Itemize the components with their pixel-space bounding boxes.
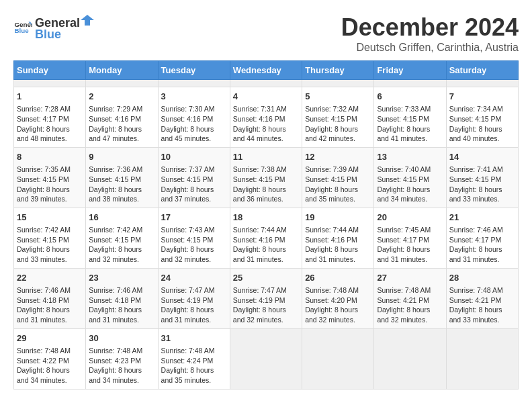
sunset-label: Sunset: 4:15 PM	[305, 115, 357, 123]
daylight-label: Daylight: 8 hours and 32 minutes.	[233, 306, 286, 324]
day-number: 1	[17, 91, 83, 103]
calendar-cell: 20Sunrise: 7:45 AMSunset: 4:17 PMDayligh…	[374, 208, 446, 268]
calendar-week-row: 15Sunrise: 7:42 AMSunset: 4:15 PMDayligh…	[14, 208, 519, 268]
sunset-label: Sunset: 4:15 PM	[449, 175, 502, 183]
calendar-cell: 24Sunrise: 7:47 AMSunset: 4:19 PMDayligh…	[158, 268, 230, 328]
sunrise-label: Sunrise: 7:48 AM	[449, 286, 503, 294]
calendar-week-row: 1Sunrise: 7:28 AMSunset: 4:17 PMDaylight…	[14, 87, 519, 148]
daylight-label: Daylight: 8 hours and 34 minutes.	[17, 366, 70, 384]
day-number: 28	[449, 272, 515, 284]
day-number: 20	[377, 212, 443, 224]
day-number: 5	[305, 91, 371, 103]
day-number: 21	[449, 212, 515, 224]
day-number: 22	[17, 272, 83, 284]
daylight-label: Daylight: 8 hours and 31 minutes.	[17, 306, 70, 324]
sunrise-label: Sunrise: 7:33 AM	[377, 105, 431, 113]
sunset-label: Sunset: 4:15 PM	[233, 175, 285, 183]
day-number: 26	[305, 272, 371, 284]
daylight-label: Daylight: 8 hours and 40 minutes.	[449, 125, 502, 143]
calendar-header-row: SundayMondayTuesdayWednesdayThursdayFrid…	[14, 61, 519, 80]
day-number: 19	[305, 212, 371, 224]
logo: General Blue General Blue	[13, 13, 95, 42]
calendar-cell: 23Sunrise: 7:46 AMSunset: 4:18 PMDayligh…	[86, 268, 158, 328]
sunset-label: Sunset: 4:15 PM	[305, 175, 357, 183]
sunset-label: Sunset: 4:15 PM	[89, 175, 141, 183]
daylight-label: Daylight: 8 hours and 36 minutes.	[233, 185, 286, 203]
calendar-cell: 1Sunrise: 7:28 AMSunset: 4:17 PMDaylight…	[14, 87, 86, 148]
calendar-cell: 11Sunrise: 7:38 AMSunset: 4:15 PMDayligh…	[230, 147, 302, 208]
sunrise-label: Sunrise: 7:48 AM	[89, 347, 142, 355]
calendar-cell	[302, 328, 374, 389]
day-number: 27	[377, 272, 443, 284]
daylight-label: Daylight: 8 hours and 32 minutes.	[161, 245, 214, 263]
daylight-label: Daylight: 8 hours and 35 minutes.	[161, 366, 214, 384]
sunrise-label: Sunrise: 7:44 AM	[305, 226, 359, 234]
sunset-label: Sunset: 4:15 PM	[377, 115, 429, 123]
sunrise-label: Sunrise: 7:44 AM	[233, 226, 287, 234]
title-area: December 2024 Deutsch Griffen, Carinthia…	[341, 13, 519, 54]
calendar-week-row: 8Sunrise: 7:35 AMSunset: 4:15 PMDaylight…	[14, 147, 519, 208]
calendar-cell: 8Sunrise: 7:35 AMSunset: 4:15 PMDaylight…	[14, 147, 86, 208]
sunset-label: Sunset: 4:17 PM	[377, 236, 429, 244]
daylight-label: Daylight: 8 hours and 31 minutes.	[377, 245, 430, 263]
daylight-label: Daylight: 8 hours and 34 minutes.	[377, 185, 430, 203]
daylight-label: Daylight: 8 hours and 47 minutes.	[89, 125, 142, 143]
calendar-cell: 16Sunrise: 7:42 AMSunset: 4:15 PMDayligh…	[86, 208, 158, 268]
sunset-label: Sunset: 4:16 PM	[305, 236, 357, 244]
sunset-label: Sunset: 4:15 PM	[161, 175, 214, 183]
sunset-label: Sunset: 4:15 PM	[449, 115, 502, 123]
sunrise-label: Sunrise: 7:28 AM	[17, 105, 71, 113]
calendar-cell: 14Sunrise: 7:41 AMSunset: 4:15 PMDayligh…	[446, 147, 518, 208]
sunset-label: Sunset: 4:17 PM	[449, 236, 502, 244]
day-number: 18	[233, 212, 299, 224]
header-day-friday: Friday	[374, 61, 446, 80]
day-number: 29	[17, 332, 83, 345]
calendar-cell: 29Sunrise: 7:48 AMSunset: 4:22 PMDayligh…	[14, 328, 86, 389]
header-day-sunday: Sunday	[14, 61, 86, 80]
sunrise-label: Sunrise: 7:35 AM	[17, 165, 71, 173]
daylight-label: Daylight: 8 hours and 38 minutes.	[89, 185, 142, 203]
sunset-label: Sunset: 4:21 PM	[377, 296, 429, 304]
svg-text:Blue: Blue	[14, 27, 29, 34]
sunrise-label: Sunrise: 7:46 AM	[89, 286, 142, 294]
day-number: 25	[233, 272, 299, 284]
calendar-cell: 19Sunrise: 7:44 AMSunset: 4:16 PMDayligh…	[302, 208, 374, 268]
daylight-label: Daylight: 8 hours and 31 minutes.	[233, 245, 286, 263]
daylight-label: Daylight: 8 hours and 31 minutes.	[161, 306, 214, 324]
daylight-label: Daylight: 8 hours and 31 minutes.	[305, 245, 358, 263]
sunrise-label: Sunrise: 7:36 AM	[89, 165, 142, 173]
calendar-cell: 6Sunrise: 7:33 AMSunset: 4:15 PMDaylight…	[374, 87, 446, 148]
calendar-cell: 10Sunrise: 7:37 AMSunset: 4:15 PMDayligh…	[158, 147, 230, 208]
calendar-cell: 18Sunrise: 7:44 AMSunset: 4:16 PMDayligh…	[230, 208, 302, 268]
day-number: 24	[161, 272, 227, 284]
calendar-cell: 22Sunrise: 7:46 AMSunset: 4:18 PMDayligh…	[14, 268, 86, 328]
daylight-label: Daylight: 8 hours and 32 minutes.	[305, 306, 358, 324]
calendar-cell: 4Sunrise: 7:31 AMSunset: 4:16 PMDaylight…	[230, 87, 302, 148]
sunrise-label: Sunrise: 7:46 AM	[17, 286, 71, 294]
daylight-label: Daylight: 8 hours and 45 minutes.	[161, 125, 214, 143]
daylight-label: Daylight: 8 hours and 33 minutes.	[17, 245, 70, 263]
calendar-cell: 21Sunrise: 7:46 AMSunset: 4:17 PMDayligh…	[446, 208, 518, 268]
page-title: December 2024	[341, 13, 519, 42]
header-day-thursday: Thursday	[302, 61, 374, 80]
day-number: 13	[377, 151, 443, 163]
sunrise-label: Sunrise: 7:29 AM	[89, 105, 142, 113]
sunrise-label: Sunrise: 7:34 AM	[449, 105, 503, 113]
sunset-label: Sunset: 4:24 PM	[161, 357, 214, 365]
sunrise-label: Sunrise: 7:30 AM	[161, 105, 215, 113]
day-number: 31	[161, 332, 227, 345]
sunset-label: Sunset: 4:21 PM	[449, 296, 502, 304]
sunset-label: Sunset: 4:16 PM	[161, 115, 214, 123]
logo-icon: General Blue	[13, 18, 32, 37]
calendar-cell: 31Sunrise: 7:48 AMSunset: 4:24 PMDayligh…	[158, 328, 230, 389]
calendar-cell	[446, 328, 518, 389]
calendar-cell	[14, 80, 86, 87]
sunrise-label: Sunrise: 7:47 AM	[233, 286, 287, 294]
header-day-monday: Monday	[86, 61, 158, 80]
sunrise-label: Sunrise: 7:46 AM	[449, 226, 503, 234]
calendar-week-row: 29Sunrise: 7:48 AMSunset: 4:22 PMDayligh…	[14, 328, 519, 389]
calendar-cell: 30Sunrise: 7:48 AMSunset: 4:23 PMDayligh…	[86, 328, 158, 389]
calendar-cell	[374, 80, 446, 87]
daylight-label: Daylight: 8 hours and 41 minutes.	[377, 125, 430, 143]
sunrise-label: Sunrise: 7:48 AM	[17, 347, 71, 355]
